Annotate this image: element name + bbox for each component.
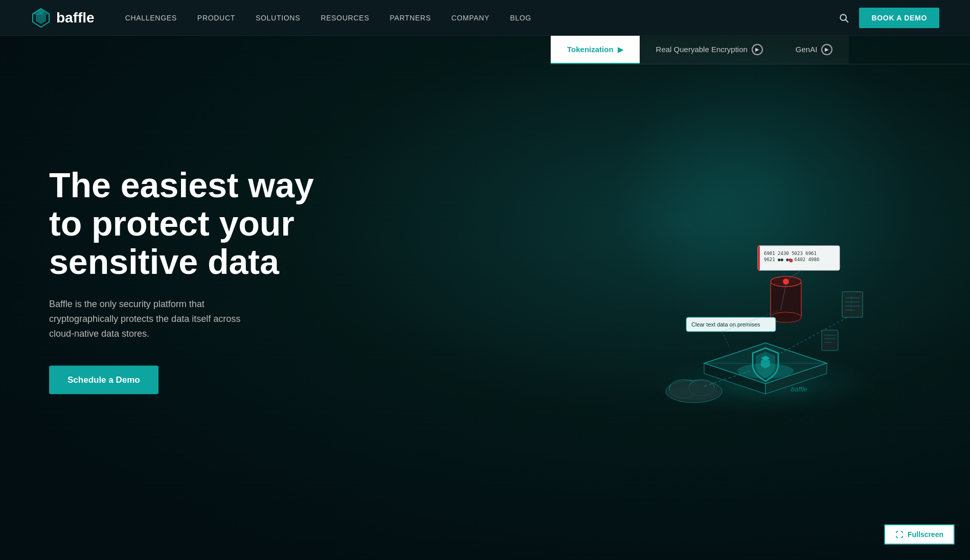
nav-solutions[interactable]: SOLUTIONS <box>256 14 300 22</box>
tab-tokenization-label: Tokenization <box>567 45 614 54</box>
svg-point-33 <box>789 259 793 263</box>
logo-icon <box>31 8 51 28</box>
visualization-area: baffle <box>551 64 970 560</box>
nav-right: BOOK A DEMO <box>839 8 939 28</box>
svg-text:6901 2430 5023 6961: 6901 2430 5023 6961 <box>764 251 817 256</box>
tab-encryption-icon: ▶ <box>752 44 763 55</box>
nav-links: CHALLENGES PRODUCT SOLUTIONS RESOURCES P… <box>125 14 839 22</box>
tab-tokenization-arrow: ▶ <box>618 45 623 54</box>
svg-point-28 <box>783 278 789 285</box>
schedule-demo-button[interactable]: Schedule a Demo <box>49 365 159 394</box>
svg-point-18 <box>737 363 794 379</box>
logo-link[interactable]: baffle <box>31 8 95 28</box>
data-protection-illustration: baffle <box>612 190 909 435</box>
nav-partners[interactable]: PARTNERS <box>390 14 431 22</box>
hero-subtitle: Baffle is the only security platform tha… <box>49 297 264 341</box>
hero-section: The easiest way to protect your sensitiv… <box>0 0 970 560</box>
search-button[interactable] <box>839 13 849 23</box>
hero-content: The easiest way to protect your sensitiv… <box>49 166 315 394</box>
nav-product[interactable]: PRODUCT <box>197 14 235 22</box>
tab-genai[interactable]: GenAI ▶ <box>779 36 849 64</box>
fullscreen-label: Fullscreen <box>908 530 943 539</box>
svg-point-23 <box>668 385 719 401</box>
hero-title: The easiest way to protect your sensitiv… <box>49 166 315 281</box>
svg-rect-42 <box>822 330 838 351</box>
svg-rect-35 <box>842 292 863 317</box>
fullscreen-button[interactable]: Fullscreen <box>884 524 955 545</box>
book-demo-button[interactable]: BOOK A DEMO <box>859 8 939 28</box>
tab-encryption[interactable]: Real Queryable Encryption ▶ <box>640 36 779 64</box>
nav-company[interactable]: COMPANY <box>452 14 490 22</box>
logo-text: baffle <box>56 10 95 26</box>
svg-marker-5 <box>36 15 46 24</box>
fullscreen-icon <box>895 530 904 539</box>
tab-bar: Tokenization ▶ Real Queryable Encryption… <box>551 36 970 64</box>
tab-genai-label: GenAI <box>796 45 818 54</box>
navbar: baffle CHALLENGES PRODUCT SOLUTIONS RESO… <box>0 0 970 36</box>
nav-challenges[interactable]: CHALLENGES <box>125 14 177 22</box>
tab-tokenization[interactable]: Tokenization ▶ <box>551 36 640 64</box>
svg-text:Clear text data on premises: Clear text data on premises <box>691 321 760 328</box>
tab-genai-icon: ▶ <box>821 44 832 55</box>
hero-right-panel: Tokenization ▶ Real Queryable Encryption… <box>551 36 970 560</box>
tab-encryption-label: Real Queryable Encryption <box>656 45 748 54</box>
svg-rect-30 <box>758 246 760 270</box>
svg-text:baffle: baffle <box>791 385 807 393</box>
nav-resources[interactable]: RESOURCES <box>321 14 369 22</box>
svg-line-7 <box>846 19 848 22</box>
search-icon <box>839 13 849 23</box>
nav-blog[interactable]: BLOG <box>510 14 531 22</box>
